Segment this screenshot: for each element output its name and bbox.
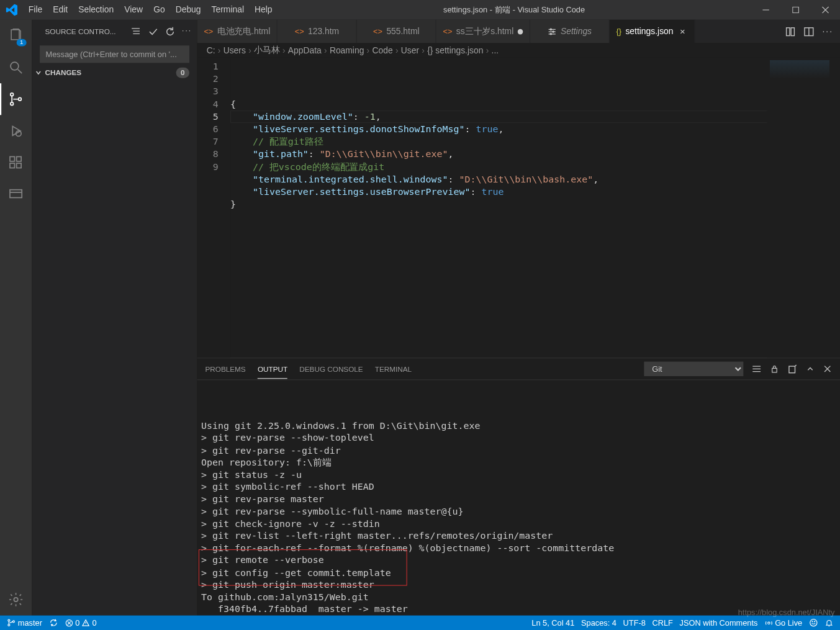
panel-tab-problems[interactable]: PROBLEMS [205, 359, 246, 379]
editor-tab[interactable]: <>123.htm [278, 20, 357, 43]
svg-rect-15 [17, 156, 21, 161]
minimap[interactable] [767, 58, 840, 358]
source-control-sidebar: SOURCE CONTRO... ··· Message (Ctrl+Enter… [32, 20, 197, 616]
json-file-icon: {} [616, 27, 621, 36]
eol-status[interactable]: CRLF [652, 618, 672, 628]
breadcrumb[interactable]: C:›Users›小马林›AppData›Roaming›Code›User›{… [197, 43, 840, 57]
maximize-panel-icon[interactable] [806, 364, 815, 374]
encoding-status[interactable]: UTF-8 [623, 618, 646, 628]
svg-point-50 [812, 621, 813, 622]
view-as-tree-icon[interactable] [130, 26, 141, 37]
notifications-icon[interactable] [824, 618, 833, 627]
debug-icon[interactable] [0, 115, 32, 146]
cursor-position[interactable]: Ln 5, Col 41 [531, 618, 574, 628]
line-number: 5 [197, 110, 219, 123]
remote-icon[interactable] [0, 179, 32, 210]
breadcrumb-item[interactable]: {} settings.json [427, 45, 483, 55]
tab-label: Settings [561, 27, 592, 37]
output-line: > git rev-parse --show-toplevel [201, 431, 836, 444]
more-tab-actions-icon[interactable]: ··· [822, 27, 833, 37]
open-log-icon[interactable] [751, 364, 762, 374]
close-tab-icon[interactable]: × [677, 26, 688, 37]
branch-status[interactable]: master [7, 618, 42, 628]
commit-check-icon[interactable] [148, 26, 158, 37]
svg-point-9 [19, 97, 22, 101]
editor-tab[interactable]: <>ss三十岁s.html [436, 20, 530, 43]
branch-icon [7, 618, 16, 628]
menu-view[interactable]: View [119, 0, 148, 20]
panel-tab-debug-console[interactable]: DEBUG CONSOLE [299, 359, 363, 379]
code-editor[interactable]: 123456789 { "window.zoomLevel": -1, "liv… [197, 58, 840, 358]
go-live-button[interactable]: Go Live [764, 618, 802, 628]
source-control-icon[interactable] [0, 83, 32, 115]
language-mode[interactable]: JSON with Comments [680, 618, 758, 628]
extensions-icon[interactable] [0, 146, 32, 178]
menu-debug[interactable]: Debug [170, 0, 206, 20]
output-line: > git rev-parse --symbolic-full-name mas… [201, 505, 836, 518]
menu-go[interactable]: Go [148, 0, 171, 20]
clear-output-icon[interactable] [787, 364, 798, 374]
maximize-button[interactable] [780, 0, 810, 20]
menu-terminal[interactable]: Terminal [206, 0, 249, 20]
output-content[interactable]: Using git 2.25.0.windows.1 from D:\Git\b… [197, 380, 840, 615]
svg-rect-16 [10, 190, 22, 198]
menu-help[interactable]: Help [250, 0, 278, 20]
indentation-status[interactable]: Spaces: 4 [581, 618, 616, 628]
editor-tab[interactable]: <>555.html [357, 20, 436, 43]
sync-icon [49, 618, 58, 628]
breadcrumb-item[interactable]: C: [207, 45, 215, 55]
sidebar-title: SOURCE CONTRO... [45, 27, 130, 35]
lock-scroll-icon[interactable] [770, 364, 779, 374]
line-number: 2 [197, 73, 219, 85]
svg-point-8 [11, 102, 14, 106]
close-panel-icon[interactable] [823, 364, 832, 374]
breadcrumb-item[interactable]: User [401, 45, 419, 55]
menu-edit[interactable]: Edit [48, 0, 73, 20]
output-line: > git rev-list --left-right master...ref… [201, 529, 836, 542]
broadcast-icon [764, 618, 773, 627]
line-number-gutter: 123456789 [197, 58, 230, 358]
close-button[interactable] [810, 0, 840, 20]
svg-rect-28 [787, 27, 790, 35]
html-file-icon: <> [443, 27, 452, 36]
chevron-right-icon: › [248, 45, 251, 55]
svg-point-51 [815, 621, 815, 622]
svg-point-26 [553, 30, 554, 32]
svg-rect-1 [792, 7, 798, 13]
panel-tab-output[interactable]: OUTPUT [258, 359, 287, 379]
html-file-icon: <> [373, 27, 382, 36]
compare-changes-icon[interactable] [785, 26, 796, 37]
menu-file[interactable]: File [23, 0, 47, 20]
svg-point-5 [11, 62, 19, 70]
output-line: > git check-ignore -v -z --stdin [201, 517, 836, 529]
explorer-icon[interactable]: 1 [0, 20, 32, 52]
chevron-right-icon: › [395, 45, 399, 55]
search-icon[interactable] [0, 52, 32, 83]
breadcrumb-item[interactable]: Roaming [330, 45, 364, 55]
minimize-button[interactable] [751, 0, 780, 20]
breadcrumb-item[interactable]: Code [373, 45, 393, 55]
commit-message-input[interactable]: Message (Ctrl+Enter to commit on '... [40, 45, 189, 63]
breadcrumb-item[interactable]: AppData [288, 45, 322, 55]
tab-label: 电池充电.html [217, 25, 270, 37]
panel-tab-terminal[interactable]: TERMINAL [375, 359, 412, 379]
more-actions-icon[interactable]: ··· [182, 26, 192, 37]
sync-status[interactable] [49, 618, 58, 628]
settings-gear-icon[interactable] [0, 583, 32, 615]
code-content[interactable]: { "window.zoomLevel": -1, "liveServer.se… [230, 58, 840, 358]
editor-tab[interactable]: {}settings.json× [610, 20, 695, 43]
split-editor-icon[interactable] [804, 26, 815, 37]
line-number: 3 [197, 85, 219, 97]
editor-tab[interactable]: <>电池充电.html [197, 20, 278, 43]
breadcrumb-item[interactable]: Users [224, 45, 246, 55]
problems-status[interactable]: 0 0 [65, 618, 97, 628]
refresh-icon[interactable] [165, 26, 175, 37]
menu-selection[interactable]: Selection [73, 0, 119, 20]
breadcrumb-item[interactable]: 小马林 [254, 44, 280, 56]
output-channel-select[interactable]: Git [644, 362, 743, 376]
changes-section-header[interactable]: CHANGES 0 [32, 65, 197, 79]
editor-tab[interactable]: Settings [530, 20, 610, 43]
svg-point-48 [767, 622, 769, 624]
breadcrumb-item[interactable]: ... [492, 45, 499, 55]
feedback-icon[interactable] [809, 618, 818, 628]
